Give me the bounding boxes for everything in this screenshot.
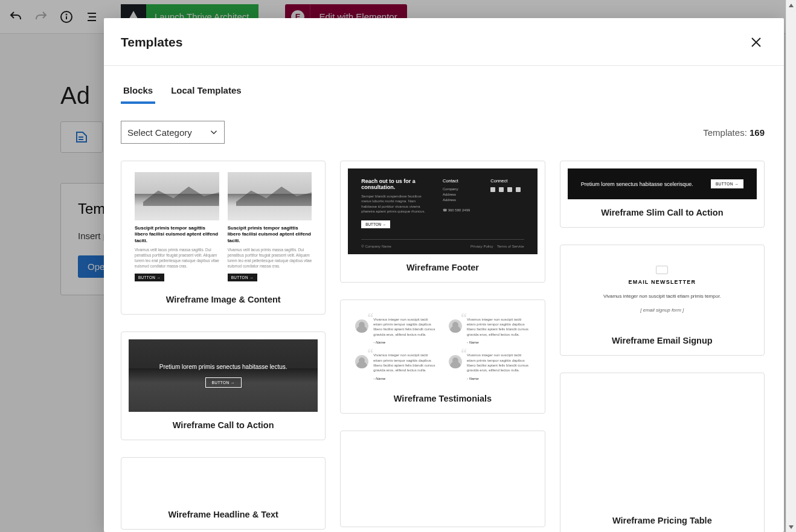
preview-form-placeholder: [ email signup form ] (576, 307, 748, 313)
preview-contact-heading: Contact (443, 178, 476, 184)
preview-body: Vivamus velit lacus primis massa sagitti… (228, 248, 312, 269)
template-label: Wireframe Headline & Text (129, 510, 318, 519)
preview-button: BUTTON → (135, 274, 164, 281)
preview-body: Vivamus integer non suscipit taciti etia… (373, 317, 437, 338)
template-card-placeholder[interactable] (340, 431, 545, 527)
template-card-cta[interactable]: Pretium lorem primis senectus habitasse … (121, 332, 326, 440)
template-card-pricing-table[interactable]: Wireframe Pricing Table (560, 373, 765, 532)
template-card-email-signup[interactable]: EMAIL NEWSLETTER Vivamus integer non sus… (560, 245, 765, 356)
social-icons-row (490, 187, 524, 192)
preview-tos: Terms of Service (497, 245, 524, 248)
svg-marker-8 (789, 4, 794, 7)
preview-name: - Name (467, 377, 530, 380)
category-select[interactable]: Select Category (121, 121, 225, 144)
thumb-blank (568, 380, 757, 507)
thumb-testimonials: “Vivamus integer non suscipit taciti eti… (348, 307, 537, 385)
preview-body: Semper blandit suspendisse faucibus metu… (361, 194, 428, 214)
tabs-row: Blocks Local Templates (121, 82, 765, 104)
tab-blocks[interactable]: Blocks (121, 82, 155, 104)
modal-body: Blocks Local Templates Select Category T… (104, 66, 784, 532)
quote-icon: “ (367, 347, 373, 361)
avatar-icon (449, 355, 462, 368)
close-button[interactable] (748, 34, 765, 51)
scroll-down-arrow-icon[interactable] (786, 522, 796, 532)
template-label: Wireframe Email Signup (568, 336, 757, 345)
scroll-up-arrow-icon[interactable] (786, 0, 796, 10)
preview-heading: Suscipit primis tempor sagittis libero f… (228, 225, 312, 244)
template-card-slim-cta[interactable]: Pretium lorem senectus habitasse sceleri… (560, 161, 765, 228)
thumb-slim-cta: Pretium lorem senectus habitasse sceleri… (568, 168, 757, 199)
quote-icon: “ (367, 311, 373, 325)
preview-connect-heading: Connect (490, 178, 524, 184)
chevron-down-icon (208, 127, 219, 138)
thumb-cta: Pretium lorem primis senectus habitasse … (129, 339, 318, 412)
templates-modal: Templates Blocks Local Templates Select … (104, 18, 784, 532)
templates-count: Templates: 169 (703, 127, 765, 138)
template-card-footer[interactable]: Reach out to us for a consultation. Semp… (340, 161, 545, 283)
grid-col-2: Reach out to us for a consultation. Semp… (340, 161, 545, 532)
template-card-headline-text[interactable]: Wireframe Headline & Text (121, 457, 326, 530)
preview-text: Pretium lorem senectus habitasse sceleri… (581, 181, 693, 187)
template-card-image-content[interactable]: Suscipit primis tempor sagittis libero f… (121, 161, 326, 315)
avatar-icon (449, 319, 462, 333)
preview-body: Vivamus integer non suscipit taciti etia… (576, 293, 748, 299)
preview-copyright: © Company Name (361, 245, 391, 248)
quote-icon: “ (461, 347, 467, 361)
preview-button: BUTTON → (711, 179, 743, 188)
preview-name: - Name (467, 341, 530, 344)
preview-body: Vivamus velit lacus primis massa sagitti… (135, 248, 219, 269)
grid-col-1: Suscipit primis tempor sagittis libero f… (121, 161, 326, 532)
placeholder-image-icon (135, 172, 219, 220)
thumb-image-content: Suscipit primis tempor sagittis libero f… (129, 168, 318, 286)
preview-heading: Suscipit primis tempor sagittis libero f… (135, 225, 219, 244)
count-value: 169 (749, 127, 765, 138)
preview-heading: EMAIL NEWSLETTER (576, 279, 748, 285)
modal-scrollbar[interactable] (779, 66, 784, 532)
envelope-icon (656, 266, 668, 274)
count-label-text: Templates: (703, 127, 749, 138)
thumb-email: EMAIL NEWSLETTER Vivamus integer non sus… (568, 252, 757, 327)
template-label: Wireframe Pricing Table (568, 516, 757, 525)
thumb-footer: Reach out to us for a consultation. Semp… (348, 168, 537, 254)
modal-title: Templates (121, 35, 182, 50)
preview-link: Address (443, 198, 476, 202)
filter-row: Select Category Templates: 169 (121, 121, 765, 144)
preview-body: Vivamus integer non suscipit taciti etia… (467, 317, 530, 338)
templates-grid: Suscipit primis tempor sagittis libero f… (121, 161, 765, 532)
preview-button: BUTTON → (361, 220, 390, 228)
preview-body: Vivamus integer non suscipit taciti etia… (373, 353, 437, 373)
template-label: Wireframe Testimonials (348, 394, 537, 403)
template-label: Wireframe Slim Call to Action (568, 208, 757, 217)
preview-text: Pretium lorem primis senectus habitasse … (135, 364, 312, 370)
preview-link: Address (443, 193, 476, 196)
avatar-icon (355, 319, 368, 333)
avatar-icon (355, 355, 368, 368)
thumb-blank (129, 465, 318, 501)
template-card-testimonials[interactable]: “Vivamus integer non suscipit taciti eti… (340, 300, 545, 414)
placeholder-image-icon (228, 172, 312, 220)
quote-icon: “ (461, 311, 467, 325)
window-scrollbar[interactable] (786, 0, 796, 532)
category-select-label: Select Category (127, 127, 192, 138)
svg-marker-9 (789, 525, 794, 529)
preview-button: BUTTON → (228, 274, 257, 281)
preview-privacy: Privacy Policy (470, 245, 493, 248)
preview-name: - Name (373, 377, 437, 380)
preview-body: Vivamus integer non suscipit taciti etia… (467, 353, 530, 373)
preview-link: Company (443, 187, 476, 191)
preview-phone: ☎ 360 580 2499 (443, 208, 476, 212)
preview-heading: Reach out to us for a consultation. (361, 178, 428, 190)
grid-col-3: Pretium lorem senectus habitasse sceleri… (560, 161, 765, 532)
preview-button: BUTTON → (205, 377, 242, 388)
template-label: Wireframe Call to Action (129, 420, 318, 430)
preview-name: - Name (373, 341, 437, 344)
tab-local-templates[interactable]: Local Templates (169, 82, 243, 104)
template-label: Wireframe Footer (348, 263, 537, 272)
modal-header: Templates (104, 18, 784, 66)
template-label: Wireframe Image & Content (129, 295, 318, 304)
